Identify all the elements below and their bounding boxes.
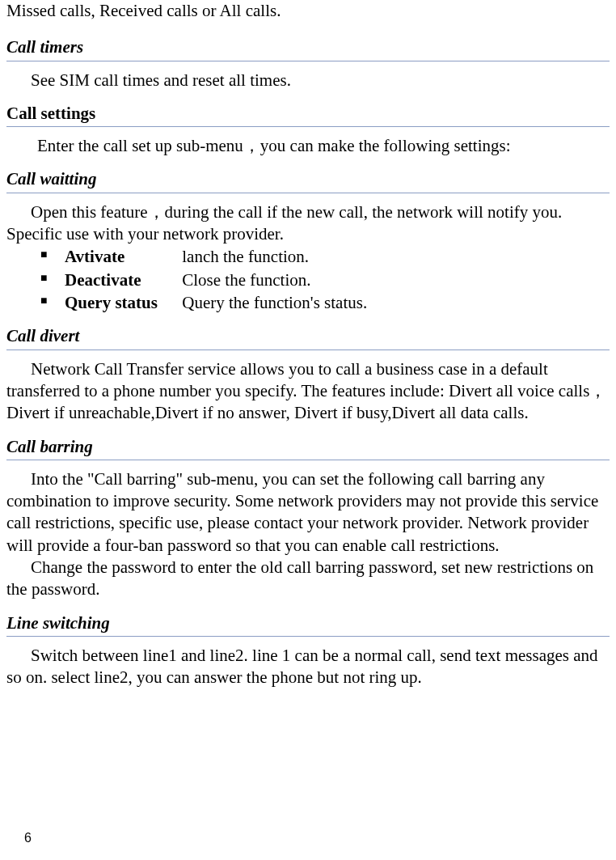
line-switching-section: Line switching Switch between line1 and … — [6, 612, 610, 689]
bullet-desc: lanch the function. — [182, 247, 309, 266]
call-timers-section: Call timers See SIM call times and reset… — [6, 36, 610, 91]
page-number: 6 — [24, 830, 32, 847]
list-item: Query status Query the function's status… — [40, 291, 610, 314]
call-barring-section: Call barring Into the "Call barring" sub… — [6, 436, 610, 601]
call-divert-text: Network Call Transfer service allows you… — [6, 358, 610, 425]
call-barring-para1: Into the "Call barring" sub-menu, you ca… — [6, 468, 610, 557]
call-settings-heading: Call settings — [6, 103, 610, 127]
call-waiting-heading: Call waitting — [6, 168, 610, 193]
call-settings-text: Enter the call set up sub-menu，you can m… — [6, 135, 610, 157]
call-waiting-list: Avtivate lanch the function. Deactivate … — [40, 245, 610, 314]
intro-text: Missed calls, Received calls or All call… — [6, 0, 610, 22]
call-settings-section: Call settings Enter the call set up sub-… — [6, 103, 610, 158]
line-switching-heading: Line switching — [6, 612, 610, 637]
bullet-term: Deactivate — [65, 269, 178, 291]
call-waiting-section: Call waitting Open this feature，during t… — [6, 168, 610, 314]
call-divert-heading: Call divert — [6, 325, 610, 350]
call-divert-section: Call divert Network Call Transfer servic… — [6, 325, 610, 424]
call-timers-heading: Call timers — [6, 36, 610, 61]
bullet-term: Avtivate — [65, 245, 178, 268]
line-switching-text: Switch between line1 and line2. line 1 c… — [6, 645, 610, 689]
bullet-desc: Close the function. — [182, 270, 310, 290]
bullet-desc: Query the function's status. — [182, 293, 367, 312]
call-waiting-intro: Open this feature，during the call if the… — [6, 201, 610, 246]
call-barring-para2: Change the password to enter the old cal… — [6, 557, 610, 601]
call-timers-text: See SIM call times and reset all times. — [6, 70, 610, 91]
call-barring-heading: Call barring — [6, 436, 610, 460]
list-item: Avtivate lanch the function. — [40, 245, 610, 268]
bullet-term: Query status — [65, 291, 178, 314]
list-item: Deactivate Close the function. — [40, 269, 610, 291]
